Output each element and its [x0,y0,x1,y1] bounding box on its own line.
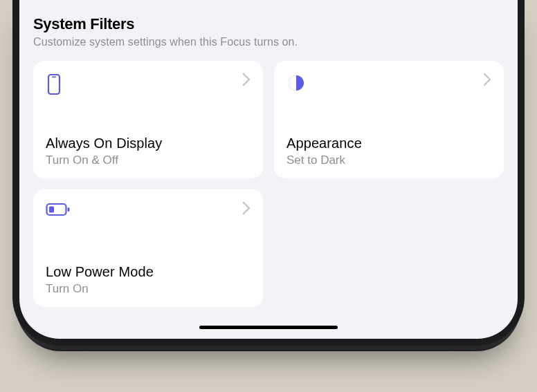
device-screen: System Filters Customize system settings… [19,0,518,339]
card-subtitle: Turn On & Off [46,153,251,167]
section-subtitle: Customize system settings when this Focu… [33,36,504,48]
card-header [286,73,491,95]
device-bezel: System Filters Customize system settings… [12,0,525,346]
chevron-right-icon [243,202,251,217]
card-title: Appearance [286,136,491,151]
chevron-right-icon [243,73,251,88]
filter-card-appearance[interactable]: Appearance Set to Dark [274,61,504,178]
card-subtitle: Set to Dark [286,153,491,167]
home-indicator[interactable] [199,326,338,329]
card-text: Low Power Mode Turn On [46,264,251,296]
filters-grid: Always On Display Turn On & Off [33,61,504,307]
section-title: System Filters [33,15,504,33]
phone-icon [46,73,62,98]
battery-low-icon [46,202,71,220]
card-text: Always On Display Turn On & Off [46,136,251,167]
card-subtitle: Turn On [46,282,251,296]
card-header [46,202,251,220]
card-text: Appearance Set to Dark [286,136,491,167]
content-area: System Filters Customize system settings… [19,0,518,307]
contrast-icon [286,73,306,95]
card-title: Always On Display [46,136,251,151]
card-title: Low Power Mode [46,264,251,280]
svg-rect-5 [49,207,54,213]
filter-card-always-on-display[interactable]: Always On Display Turn On & Off [33,61,263,178]
svg-rect-1 [52,77,56,78]
card-header [46,73,251,98]
svg-rect-6 [68,207,70,212]
filter-card-low-power-mode[interactable]: Low Power Mode Turn On [33,189,263,307]
chevron-right-icon [484,73,491,88]
